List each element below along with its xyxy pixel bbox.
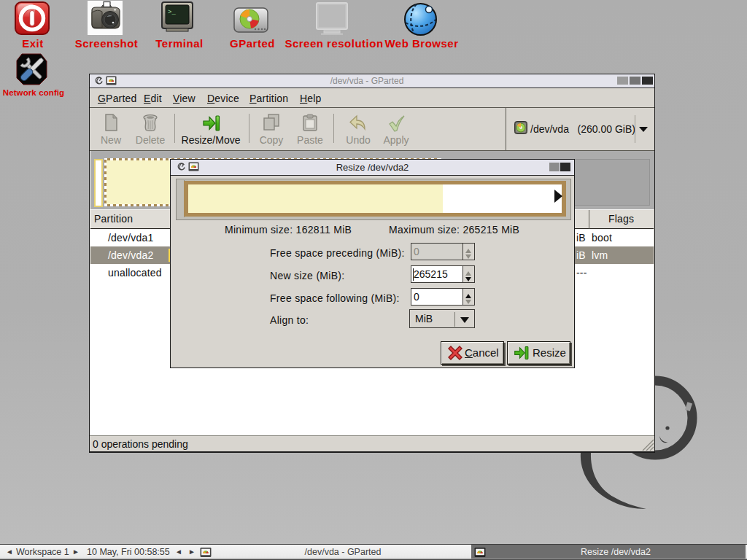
svg-text:>_: >_ <box>168 9 176 16</box>
